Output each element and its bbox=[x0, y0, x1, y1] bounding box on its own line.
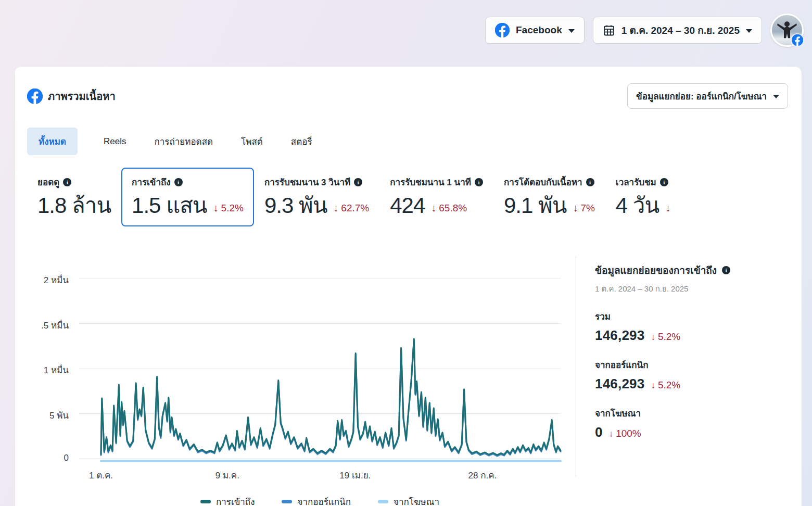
metric-label: การโต้ตอบกับเนื้อหาi bbox=[504, 175, 595, 189]
stat-value: 146,293 bbox=[595, 376, 644, 392]
legend-item: จากออร์แกนิก bbox=[282, 495, 351, 506]
info-icon[interactable]: i bbox=[586, 178, 594, 186]
breakdown-selector[interactable]: ข้อมูลแยกย่อย: ออร์แกนิก/โฆษณา bbox=[627, 83, 788, 109]
arrow-down-icon: ↓ bbox=[213, 202, 219, 214]
breakdown-stat-1: จากออร์แกนิก146,293↓5.2% bbox=[595, 358, 780, 392]
breakdown-selector-label: ข้อมูลแยกย่อย: ออร์แกนิก/โฆษณา bbox=[636, 89, 767, 103]
metric-value-row: 1.5 แสน↓5.2% bbox=[132, 194, 244, 217]
tab-2[interactable]: การถ่ายทอดสด bbox=[152, 128, 215, 155]
legend-swatch bbox=[282, 500, 292, 503]
stat-value-row: 0↓100% bbox=[595, 424, 780, 440]
tab-1[interactable]: Reels bbox=[102, 130, 128, 154]
metrics-row: ยอดดูi1.8 ล้านการเข้าถึงi1.5 แสน↓5.2%การ… bbox=[15, 175, 802, 238]
x-axis-tick: 1 ต.ค. bbox=[70, 468, 132, 482]
metric-label-text: ยอดดู bbox=[37, 175, 59, 189]
info-icon[interactable]: i bbox=[174, 178, 183, 186]
reach-breakdown-panel: ข้อมูลแยกย่อยของการเข้าถึง i 1 ต.ค. 2024… bbox=[576, 261, 780, 506]
metric-value-row: 4 วัน↓ bbox=[616, 194, 670, 217]
tab-3[interactable]: โพสต์ bbox=[239, 128, 265, 155]
stat-value: 0 bbox=[595, 424, 603, 440]
stat-value-row: 146,293↓5.2% bbox=[595, 327, 780, 344]
change-indicator: ↓7% bbox=[573, 202, 594, 217]
info-icon[interactable]: i bbox=[354, 178, 362, 186]
breakdown-stat-0: รวม146,293↓5.2% bbox=[595, 309, 780, 344]
arrow-down-icon: ↓ bbox=[665, 202, 670, 214]
change-percent: 62.7% bbox=[341, 203, 369, 214]
date-range-selector[interactable]: 1 ต.ค. 2024 – 30 ก.ย. 2025 bbox=[593, 17, 762, 44]
platform-selector[interactable]: Facebook bbox=[485, 17, 585, 44]
chevron-down-icon bbox=[746, 29, 752, 33]
user-avatar[interactable] bbox=[770, 14, 804, 47]
metric-value-row: 1.8 ล้าน bbox=[37, 194, 111, 217]
metric-value-row: 424↓65.8% bbox=[390, 194, 483, 217]
change-percent: 7% bbox=[580, 203, 594, 214]
legend-label: การเข้าถึง bbox=[216, 495, 255, 506]
content-overview-card: ภาพรวมเนื้อหา ข้อมูลแยกย่อย: ออร์แกนิก/โ… bbox=[15, 67, 802, 506]
info-icon[interactable]: i bbox=[722, 266, 730, 274]
calendar-icon bbox=[603, 24, 615, 36]
panel-date-range: 1 ต.ค. 2024 – 30 ก.ย. 2025 bbox=[595, 283, 780, 295]
stat-label: รวม bbox=[595, 309, 780, 323]
top-bar: Facebook 1 ต.ค. 2024 – 30 ก.ย. 2025 bbox=[0, 0, 812, 47]
change-indicator: ↓5.2% bbox=[213, 202, 244, 217]
facebook-logo-icon bbox=[495, 23, 510, 37]
stat-label: จากโฆษณา bbox=[595, 406, 780, 420]
breakdown-stat-2: จากโฆษณา0↓100% bbox=[595, 406, 780, 440]
metric-value: 424 bbox=[390, 194, 425, 217]
info-icon[interactable]: i bbox=[475, 178, 483, 186]
y-axis-tick: 1 หมื่น bbox=[29, 363, 69, 377]
metric-1[interactable]: การเข้าถึงi1.5 แสน↓5.2% bbox=[121, 168, 254, 226]
metric-label: ยอดดูi bbox=[37, 175, 111, 189]
metric-label-text: การเข้าถึง bbox=[132, 175, 171, 189]
content-type-tabs: ทั้งหมดReelsการถ่ายทอดสดโพสต์สตอรี่ bbox=[27, 128, 802, 155]
y-axis-tick: 5 พัน bbox=[29, 408, 69, 422]
info-icon[interactable]: i bbox=[63, 178, 71, 186]
legend-label: จากโฆษณา bbox=[394, 495, 439, 506]
metric-4[interactable]: การโต้ตอบกับเนื้อหาi9.1 พัน↓7% bbox=[504, 175, 595, 217]
metric-0[interactable]: ยอดดูi1.8 ล้าน bbox=[37, 175, 111, 217]
card-header: ภาพรวมเนื้อหา ข้อมูลแยกย่อย: ออร์แกนิก/โ… bbox=[15, 83, 802, 109]
chart-section: การเข้าถึงจากออร์แกนิกจากโฆษณา 05 พัน1 ห… bbox=[29, 261, 802, 506]
metric-label-text: การโต้ตอบกับเนื้อหา bbox=[504, 175, 582, 189]
tab-0[interactable]: ทั้งหมด bbox=[27, 128, 78, 155]
stat-value: 146,293 bbox=[595, 327, 644, 344]
arrow-down-icon: ↓ bbox=[609, 429, 614, 439]
metric-label-text: การรับชมนาน 3 วินาที bbox=[264, 175, 350, 189]
metric-5[interactable]: เวลารับชมi4 วัน↓ bbox=[616, 175, 670, 217]
arrow-down-icon: ↓ bbox=[333, 202, 338, 214]
change-indicator: ↓ bbox=[665, 202, 670, 217]
change-indicator: ↓5.2% bbox=[651, 380, 680, 391]
metric-label-text: เวลารับชม bbox=[616, 175, 656, 189]
stat-label: จากออร์แกนิก bbox=[595, 358, 780, 372]
change-percent: 5.2% bbox=[658, 331, 680, 343]
x-axis-tick: 28 ก.ค. bbox=[451, 468, 514, 482]
reach-line bbox=[101, 339, 561, 455]
change-percent: 65.8% bbox=[439, 203, 467, 214]
legend-swatch bbox=[200, 500, 211, 503]
stat-value-row: 146,293↓5.2% bbox=[595, 376, 780, 392]
chart-plot-area[interactable] bbox=[79, 276, 563, 463]
y-axis-tick: 2 หมื่น bbox=[29, 273, 69, 287]
platform-selector-label: Facebook bbox=[516, 24, 562, 36]
tab-4[interactable]: สตอรี่ bbox=[289, 128, 314, 155]
x-axis-tick: 9 ม.ค. bbox=[196, 468, 259, 482]
metric-label-text: การรับชมนาน 1 นาที bbox=[390, 175, 471, 189]
legend-item: จากโฆษณา bbox=[378, 495, 439, 506]
change-indicator: ↓5.2% bbox=[651, 331, 680, 343]
facebook-logo-icon bbox=[27, 88, 43, 104]
metric-3[interactable]: การรับชมนาน 1 นาทีi424↓65.8% bbox=[390, 175, 483, 217]
info-icon[interactable]: i bbox=[660, 178, 668, 186]
x-axis-tick: 19 เม.ย. bbox=[324, 468, 386, 482]
metric-label: การเข้าถึงi bbox=[132, 175, 244, 189]
chevron-down-icon bbox=[773, 95, 779, 98]
panel-title: ข้อมูลแยกย่อยของการเข้าถึง bbox=[595, 262, 717, 278]
metric-value: 9.1 พัน bbox=[504, 194, 566, 217]
facebook-badge-icon bbox=[791, 33, 804, 47]
change-percent: 5.2% bbox=[658, 380, 680, 391]
change-indicator: ↓65.8% bbox=[431, 202, 467, 217]
metric-label: การรับชมนาน 1 นาทีi bbox=[390, 175, 483, 189]
change-percent: 5.2% bbox=[221, 203, 244, 214]
metric-2[interactable]: การรับชมนาน 3 วินาทีi9.3 พัน↓62.7% bbox=[264, 175, 369, 217]
legend-label: จากออร์แกนิก bbox=[297, 495, 351, 506]
date-range-label: 1 ต.ค. 2024 – 30 ก.ย. 2025 bbox=[621, 22, 740, 38]
